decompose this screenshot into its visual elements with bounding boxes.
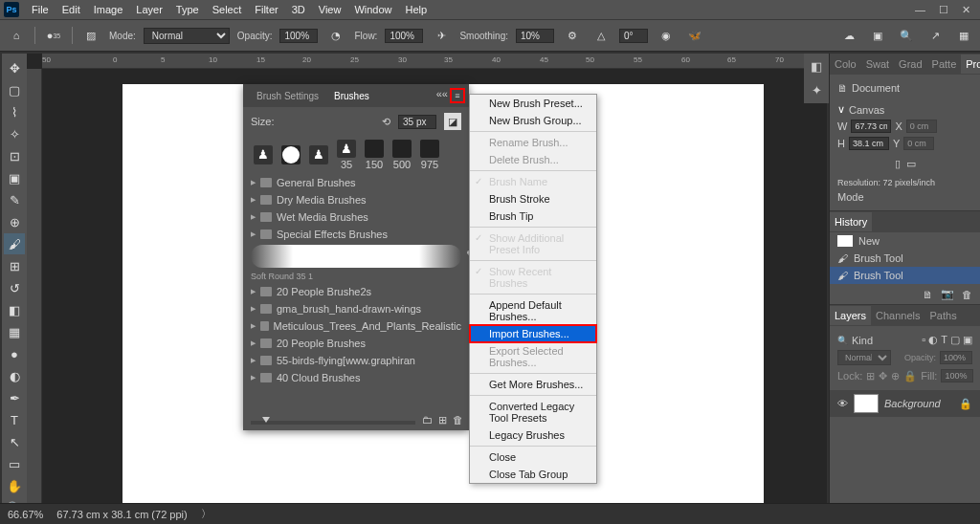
tab-paths[interactable]: Paths [925, 306, 962, 325]
snapshot-icon[interactable]: 📷 [941, 288, 954, 300]
path-tool[interactable]: ↖ [4, 431, 25, 452]
tab-brush-settings[interactable]: Brush Settings [249, 87, 326, 105]
tab-color[interactable]: Colo [830, 55, 861, 74]
menu-close[interactable]: Close [470, 448, 596, 466]
tab-history[interactable]: History [830, 212, 872, 231]
home-icon[interactable]: ⌂ [6, 25, 27, 46]
history-snapshot[interactable]: New [830, 232, 980, 250]
new-brush-icon[interactable]: ⊞ [438, 414, 447, 426]
folder-row[interactable]: ▶Special Effects Brushes [243, 226, 469, 243]
brush-thumb[interactable]: 975 [417, 140, 442, 170]
lock-pixels-icon[interactable]: ⊕ [891, 370, 900, 382]
search-icon[interactable]: 🔍 [896, 25, 917, 46]
folder-row[interactable]: ▶gma_brush_hand-drawn-wings [243, 300, 469, 317]
smoothing-input[interactable] [516, 29, 554, 43]
brush-tool[interactable]: 🖌 [4, 233, 25, 254]
blend-mode-select[interactable]: Normal [144, 28, 230, 44]
filter-adjust-icon[interactable]: ◐ [928, 334, 938, 346]
delete-icon[interactable]: 🗑 [453, 414, 463, 426]
panel-collapse-icon[interactable]: «« [436, 88, 448, 99]
menu-select[interactable]: Select [206, 2, 249, 17]
adjustments-panel-icon[interactable]: ✦ [812, 83, 822, 98]
status-arrow-icon[interactable]: 〉 [201, 507, 212, 521]
width-input[interactable] [851, 120, 891, 133]
healing-tool[interactable]: ⊕ [4, 211, 25, 232]
layer-opacity-input[interactable] [940, 351, 972, 364]
pen-tool[interactable]: ✒ [4, 387, 25, 408]
smoothing-gear-icon[interactable]: ⚙ [562, 25, 583, 46]
pressure-opacity-icon[interactable]: ◔ [325, 25, 346, 46]
menu-append-default[interactable]: Append Default Brushes... [470, 296, 596, 325]
tab-swatches[interactable]: Swat [861, 55, 894, 74]
tab-gradients[interactable]: Grad [894, 55, 926, 74]
menu-new-group[interactable]: New Brush Group... [470, 112, 596, 129]
pressure-size-icon[interactable]: ◉ [656, 25, 677, 46]
tab-brushes[interactable]: Brushes [326, 87, 377, 105]
wand-tool[interactable]: ✧ [4, 123, 25, 144]
folder-row[interactable]: ▶Meticulous_Trees_And_Plants_Realistic [243, 317, 469, 335]
brush-thumb[interactable]: 500 [390, 140, 414, 170]
menu-3d[interactable]: 3D [285, 2, 312, 17]
shape-tool[interactable]: ▭ [4, 453, 25, 474]
menu-filter[interactable]: Filter [248, 2, 284, 17]
history-state[interactable]: 🖌Brush Tool [830, 250, 980, 267]
folder-row[interactable]: ▶20 People Brushe2s [243, 283, 469, 300]
menu-legacy-brushes[interactable]: Legacy Brushes [470, 426, 596, 444]
filter-kind[interactable]: Kind [852, 335, 873, 346]
tab-patterns[interactable]: Patte [927, 55, 962, 74]
folder-row[interactable]: ▶Dry Media Brushes [243, 191, 469, 208]
filter-smart-icon[interactable]: ▣ [963, 334, 972, 346]
frame-icon[interactable]: ▣ [867, 25, 888, 46]
fill-input[interactable] [941, 369, 973, 382]
delete-icon[interactable]: 🗑 [962, 289, 972, 300]
crop-tool[interactable]: ⊡ [4, 145, 25, 166]
new-group-icon[interactable]: 🗀 [422, 414, 433, 426]
brush-thumb[interactable]: ♟ [251, 140, 276, 170]
folder-row[interactable]: ▶20 People Brushes [243, 335, 469, 352]
maximize-icon[interactable]: ☐ [939, 4, 948, 16]
slider-thumb-icon[interactable] [262, 417, 270, 423]
brush-thumb[interactable]: ♟35 [334, 140, 359, 170]
airbrush-icon[interactable]: ✈ [431, 25, 452, 46]
height-input[interactable] [849, 137, 889, 150]
menu-window[interactable]: Window [347, 2, 398, 17]
filter-shape-icon[interactable]: ▢ [950, 334, 960, 346]
brush-preset-icon[interactable]: ●35 [43, 25, 64, 46]
stamp-tool[interactable]: ⊞ [4, 255, 25, 276]
visibility-icon[interactable]: 👁 [837, 398, 848, 409]
new-document-icon[interactable]: 🗎 [923, 289, 933, 300]
folder-row[interactable]: ▶General Brushes [243, 174, 469, 191]
lasso-tool[interactable]: ⌇ [4, 101, 25, 122]
lock-icon[interactable]: 🔒 [959, 398, 972, 410]
zoom-level[interactable]: 66.67% [8, 509, 43, 520]
menu-edit[interactable]: Edit [56, 2, 87, 17]
ruler-vertical[interactable] [27, 69, 42, 503]
menu-layer[interactable]: Layer [129, 2, 169, 17]
flip-icon[interactable]: ⟲ [382, 116, 390, 128]
menu-brush-stroke[interactable]: Brush Stroke [470, 190, 596, 207]
ruler-horizontal[interactable]: 50 0 5 10 15 20 25 30 35 40 45 50 55 60 … [42, 54, 827, 69]
tab-properties[interactable]: Properties [961, 55, 980, 74]
live-tip-icon[interactable]: ◪ [444, 113, 461, 130]
menu-get-more[interactable]: Get More Brushes... [470, 376, 596, 393]
menu-view[interactable]: View [312, 2, 348, 17]
color-panel-icon[interactable]: ◧ [811, 59, 822, 74]
filter-type-icon[interactable]: T [941, 334, 947, 346]
landscape-icon[interactable]: ▭ [906, 158, 916, 170]
blend-select[interactable]: Normal [837, 350, 891, 365]
cloud-docs-icon[interactable]: ☁ [838, 25, 859, 46]
share-icon[interactable]: ↗ [924, 25, 946, 46]
brush-thumb[interactable] [278, 140, 303, 170]
menu-close-group[interactable]: Close Tab Group [470, 466, 596, 483]
history-brush-tool[interactable]: ↺ [4, 277, 25, 298]
lock-icon[interactable]: 🔒 [903, 370, 917, 382]
lock-all-icon[interactable]: ⊞ [866, 370, 875, 382]
menu-legacy-presets[interactable]: Converted Legacy Tool Presets [470, 398, 596, 426]
marquee-tool[interactable]: ▢ [4, 79, 25, 100]
menu-import-brushes[interactable]: Import Brushes... [470, 325, 596, 342]
eraser-tool[interactable]: ◧ [4, 299, 25, 320]
close-icon[interactable]: ✕ [962, 4, 970, 16]
portrait-icon[interactable]: ▯ [895, 158, 901, 170]
dodge-tool[interactable]: ◐ [4, 365, 25, 386]
flow-input[interactable] [385, 29, 423, 43]
